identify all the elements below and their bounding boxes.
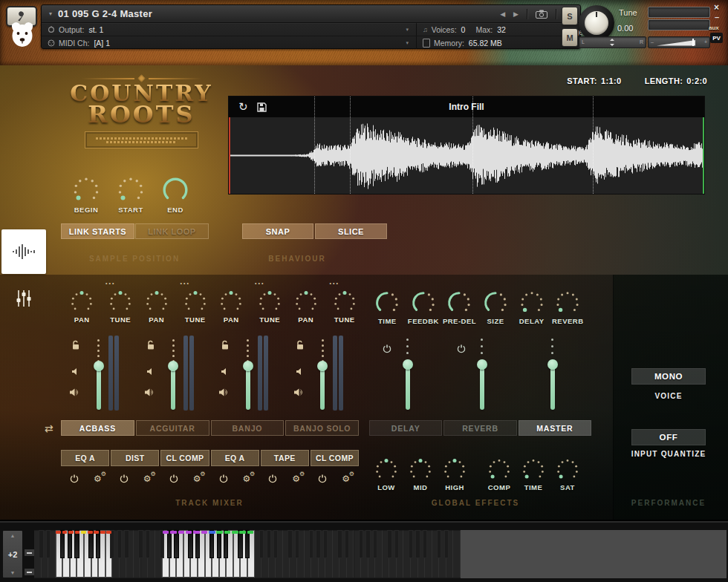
slice-marker[interactable] [350, 97, 351, 194]
black-key[interactable] [124, 530, 129, 558]
instrument-name[interactable]: 01 095 G 2-4 Master [58, 8, 152, 19]
black-key[interactable] [224, 530, 228, 558]
black-key[interactable] [74, 530, 79, 558]
power-icon[interactable] [457, 344, 466, 353]
knob-begin[interactable]: BEGIN [64, 175, 108, 221]
slice-marker[interactable] [593, 97, 594, 194]
volume-fader-track[interactable] [246, 365, 250, 410]
fx-slot-cl-comp[interactable]: CL COMP [311, 450, 359, 466]
save-sample-icon[interactable] [257, 102, 267, 112]
black-key[interactable] [373, 530, 377, 558]
speaker-quiet-icon[interactable] [147, 368, 154, 375]
volume-fader-handle[interactable] [317, 361, 328, 371]
speaker-loud-icon[interactable] [70, 388, 79, 396]
keyboard-scroll-right-button[interactable] [25, 569, 34, 575]
track-tab-banjo[interactable]: BANJO [211, 420, 285, 436]
midi-value[interactable]: [A] 1 [94, 39, 110, 48]
speaker-loud-icon[interactable] [294, 388, 304, 396]
black-key[interactable] [68, 530, 72, 558]
black-key[interactable] [238, 530, 242, 558]
voice-mode-button[interactable]: MONO [631, 368, 706, 385]
knob-delay[interactable]: DELAY [513, 281, 550, 333]
tab-sample-editor[interactable] [1, 229, 46, 274]
black-key[interactable] [394, 530, 399, 558]
black-key[interactable] [409, 530, 413, 558]
knob-tune[interactable]: TUNE [253, 290, 286, 333]
fx-settings-icon[interactable]: ⚙⚙ [243, 474, 251, 483]
prev-instrument-icon[interactable]: ◀ [500, 10, 505, 18]
output-value[interactable]: st. 1 [88, 25, 103, 34]
knob-pan[interactable]: PAN [290, 290, 322, 333]
knob-low[interactable]: LOW [369, 448, 403, 496]
black-key[interactable] [160, 530, 164, 558]
track-tab-acbass[interactable]: ACBASS [61, 420, 134, 436]
black-key[interactable] [309, 530, 313, 558]
knob-time[interactable]: TIME [369, 281, 406, 333]
speaker-quiet-icon[interactable] [296, 368, 303, 375]
black-key[interactable] [337, 530, 342, 558]
return-fader-handle[interactable] [547, 359, 558, 370]
volume-slider[interactable]: – + [648, 36, 710, 48]
snap-button[interactable]: SNAP [242, 223, 313, 239]
volume-fader-handle[interactable] [168, 361, 178, 371]
tune-knob[interactable] [579, 5, 614, 41]
power-icon[interactable] [383, 344, 391, 353]
speaker-loud-icon[interactable] [219, 388, 229, 396]
fx-slot-eq-a[interactable]: EQ A [61, 450, 109, 466]
aux-label[interactable]: aux [709, 24, 719, 31]
return-fader-track[interactable] [480, 364, 484, 410]
track-tab-banjo-solo[interactable]: BANJO SOLO [285, 420, 359, 436]
piano-keyboard[interactable] [34, 530, 461, 578]
knob-reverb[interactable]: REVERB [550, 281, 586, 333]
speaker-quiet-icon[interactable] [221, 368, 228, 375]
black-key[interactable] [359, 530, 363, 558]
black-key[interactable] [387, 530, 391, 558]
knob-comp[interactable]: COMP [482, 448, 516, 496]
midi-dropdown-icon[interactable]: ▾ [406, 40, 409, 46]
black-key[interactable] [167, 530, 172, 558]
knob-time[interactable]: TIME [516, 448, 550, 496]
track-tab-acguitar[interactable]: ACGUITAR [136, 420, 209, 436]
black-key[interactable] [444, 530, 449, 558]
instrument-collapse-icon[interactable]: ▾ [49, 10, 52, 17]
slice-marker[interactable] [472, 97, 473, 194]
fx-slot-tape[interactable]: TAPE [261, 450, 309, 466]
effect-tab-master[interactable]: MASTER [519, 420, 591, 436]
return-fader-handle[interactable] [477, 359, 487, 370]
solo-button[interactable]: S [562, 7, 578, 25]
reload-sample-icon[interactable]: ↻ [238, 100, 248, 114]
preset-menu-icon[interactable]: ••• [105, 281, 115, 286]
black-key[interactable] [245, 530, 250, 558]
black-key[interactable] [415, 530, 420, 558]
power-icon[interactable] [120, 474, 129, 483]
input-quantize-button[interactable]: OFF [631, 429, 706, 445]
return-fader-handle[interactable] [403, 359, 413, 370]
knob-sat[interactable]: SAT [550, 448, 585, 496]
swap-tracks-icon[interactable]: ⇄ [45, 422, 53, 434]
black-key[interactable] [437, 530, 441, 558]
black-key[interactable] [316, 530, 320, 558]
waveform-graphic[interactable] [229, 117, 704, 194]
knob-high[interactable]: HIGH [438, 448, 472, 496]
tab-mixer[interactable] [1, 278, 46, 319]
volume-fader-handle[interactable] [243, 361, 253, 371]
black-key[interactable] [195, 530, 200, 558]
preset-menu-icon[interactable]: ••• [255, 281, 264, 286]
transpose-control[interactable]: ▲ +2 ▼ [3, 531, 22, 578]
black-key[interactable] [138, 530, 143, 558]
fx-settings-icon[interactable]: ⚙⚙ [143, 474, 152, 483]
output-dropdown-icon[interactable]: ▾ [406, 27, 409, 33]
lock-icon[interactable] [221, 340, 230, 350]
link-starts-button[interactable]: LINK STARTS [61, 223, 134, 239]
minimize-icon[interactable]: – [715, 13, 719, 22]
volume-fader-track[interactable] [171, 365, 175, 410]
effect-tab-delay[interactable]: DELAY [369, 420, 442, 436]
knob-tune[interactable]: TUNE [179, 290, 212, 333]
pv-button[interactable]: PV [710, 33, 723, 43]
knob-pan[interactable]: PAN [65, 290, 98, 333]
knob-pre-del[interactable]: PRE-DEL [441, 281, 478, 333]
slice-marker[interactable] [314, 97, 315, 194]
black-key[interactable] [60, 530, 65, 558]
return-fader-track[interactable] [550, 364, 555, 410]
fx-settings-icon[interactable]: ⚙⚙ [193, 474, 201, 483]
